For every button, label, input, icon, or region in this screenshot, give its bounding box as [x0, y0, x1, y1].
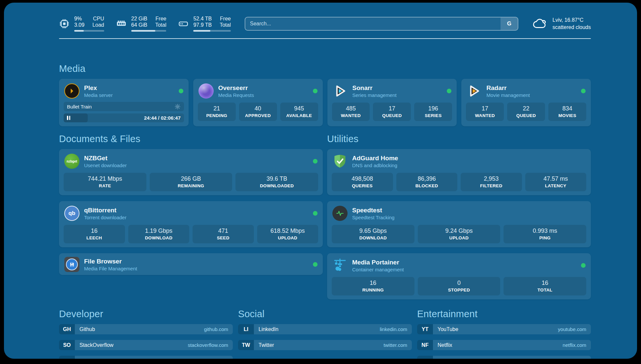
- service-subtitle: Media server: [84, 92, 113, 98]
- disk-stat: 52.4 TB Free 97.9 TB Total: [178, 16, 231, 32]
- stat-ping: 0.993 ms PING: [504, 225, 586, 243]
- bookmark-abbr: LI: [238, 324, 254, 334]
- stat-value: 0.993 ms: [505, 228, 585, 234]
- stat-wanted: 17 WANTED: [466, 103, 504, 121]
- service-title[interactable]: Media Portainer: [352, 259, 404, 266]
- now-playing-title: Bullet Train: [67, 104, 92, 109]
- filebrowser-icon: [64, 257, 79, 272]
- service-subtitle: Series management: [352, 92, 397, 98]
- service-title[interactable]: qBittorrent: [84, 207, 126, 214]
- stat-label: APPROVED: [240, 113, 276, 118]
- stat-queued: 22 QUEUED: [507, 103, 545, 121]
- speedtest-icon: [332, 206, 348, 221]
- stat-seed: 471 SEED: [193, 225, 254, 243]
- service-card-filebrowser[interactable]: File Browser Media File Management: [59, 253, 323, 275]
- service-card-sonarr[interactable]: Sonarr Series management 485 WANTED 17 Q…: [327, 79, 457, 126]
- service-card-radarr[interactable]: Radarr Movie management 17 WANTED 22 QUE…: [461, 79, 591, 126]
- cpu-usage-label: CPU: [92, 16, 104, 22]
- status-dot: [581, 263, 586, 268]
- gear-icon[interactable]: [174, 104, 181, 110]
- section-title-utilities: Utilities: [327, 134, 591, 144]
- stat-label: SERIES: [415, 113, 451, 118]
- bookmark-name: Github: [79, 326, 95, 332]
- stat-label: TOTAL: [505, 288, 585, 292]
- memory-total-label: Total: [155, 22, 167, 28]
- stat-value: 22: [508, 105, 544, 112]
- playback-progress: 24:44 / 02:06:47: [64, 113, 184, 122]
- system-stats: 9% CPU 3.09 Load 22 G: [59, 16, 231, 32]
- bookmark-abbr: RE: [417, 356, 433, 359]
- service-subtitle: Container management: [352, 267, 404, 272]
- service-subtitle: Speedtest Tracking: [352, 215, 394, 220]
- stat-movies: 834 MOVIES: [548, 103, 586, 121]
- sonarr-icon: [333, 83, 348, 99]
- service-title[interactable]: Sonarr: [352, 84, 397, 92]
- stat-label: DOWNLOAD: [333, 235, 413, 240]
- bookmark-url: reddit.com: [563, 358, 586, 359]
- stat-value: 16: [65, 228, 124, 234]
- top-bar: 9% CPU 3.09 Load 22 G: [59, 3, 591, 32]
- service-card-adguard[interactable]: AdGuard Home DNS and adblocking 498,508 …: [327, 149, 591, 195]
- stat-label: SEED: [194, 235, 253, 240]
- weather-condition: scattered clouds: [552, 24, 591, 31]
- stat-download: 1.19 Gbps DOWNLOAD: [128, 225, 190, 243]
- service-title[interactable]: File Browser: [84, 258, 137, 265]
- service-title[interactable]: AdGuard Home: [352, 155, 398, 162]
- service-card-portainer[interactable]: Media Portainer Container management 16 …: [327, 253, 591, 299]
- search-input[interactable]: [245, 17, 501, 30]
- service-subtitle: Media Requests: [218, 92, 254, 98]
- cpu-stat: 9% CPU 3.09 Load: [59, 16, 104, 32]
- stat-value: 86,396: [398, 175, 456, 182]
- search-engine-button[interactable]: G: [501, 17, 518, 30]
- service-title[interactable]: Radarr: [486, 84, 530, 92]
- stat-label: WANTED: [467, 113, 503, 118]
- bookmark-abbr: SO: [59, 340, 75, 350]
- stat-value: 471: [194, 228, 253, 234]
- bookmark-linkedin[interactable]: LI LinkedIn linkedin.com: [238, 324, 412, 334]
- service-card-speedtest[interactable]: Speedtest Speedtest Tracking 9.65 Gbps D…: [327, 201, 591, 247]
- service-title[interactable]: Speedtest: [352, 207, 394, 214]
- memory-total-value: 64 GiB: [131, 22, 147, 28]
- bookmark-stackoverflow[interactable]: SO StackOverflow stackoverflow.com: [59, 340, 233, 350]
- bookmark-netflix[interactable]: NF Netflix netflix.com: [417, 340, 591, 350]
- section-title-documents: Documents & Files: [59, 134, 323, 144]
- stat-queries: 498,508 QUERIES: [332, 173, 393, 191]
- plex-icon: [64, 83, 79, 99]
- bookmark-abbr: YT: [417, 324, 433, 334]
- cloud-icon: [533, 18, 548, 30]
- disk-free-label: Free: [220, 16, 231, 22]
- service-card-qbittorrent[interactable]: qb qBittorrent Torrent downloader 16 LEE…: [59, 201, 323, 247]
- stat-total: 16 TOTAL: [504, 277, 586, 295]
- service-card-plex[interactable]: Plex Media server Bullet Train 24:44 / 0: [59, 79, 189, 126]
- stat-download: 9.65 Gbps DOWNLOAD: [332, 225, 414, 243]
- bookmark-url: stackoverflow.com: [188, 342, 228, 348]
- weather-widget[interactable]: Lviv, 16.87°C scattered clouds: [533, 16, 591, 31]
- bookmark-abbr: DT: [59, 356, 75, 359]
- stat-value: 266 GB: [151, 175, 231, 182]
- bookmark-dev[interactable]: DT DEV dev.to: [59, 356, 233, 359]
- service-title[interactable]: NZBGet: [84, 155, 127, 162]
- bookmark-twitter[interactable]: TW Twitter twitter.com: [238, 340, 412, 350]
- service-subtitle: Movie management: [486, 92, 530, 98]
- bookmark-url: twitter.com: [383, 342, 407, 348]
- stat-label: MOVIES: [550, 113, 585, 118]
- service-card-overseerr[interactable]: Overseerr Media Requests 21 PENDING 40 A…: [193, 79, 323, 126]
- stat-value: 9.24 Gbps: [419, 228, 499, 234]
- stat-value: 21: [199, 105, 234, 112]
- disk-progress-bar: [193, 30, 231, 32]
- section-title-developer: Developer: [59, 309, 233, 319]
- stat-label: RATE: [65, 183, 145, 188]
- service-card-nzbget[interactable]: nzbget NZBGet Usenet downloader 744.21 M…: [59, 149, 323, 195]
- cpu-progress-bar: [74, 30, 104, 32]
- adguard-icon: [332, 154, 348, 169]
- stat-leech: 16 LEECH: [64, 225, 125, 243]
- bookmark-reddit[interactable]: RE Reddit reddit.com: [417, 356, 591, 359]
- radarr-icon: [467, 83, 482, 99]
- service-title[interactable]: Plex: [84, 84, 113, 92]
- service-title[interactable]: Overseerr: [218, 84, 254, 92]
- stat-series: 196 SERIES: [414, 103, 452, 121]
- bookmark-youtube[interactable]: YT YouTube youtube.com: [417, 324, 591, 334]
- now-playing-row: Bullet Train: [64, 102, 184, 111]
- stat-label: LEECH: [65, 235, 124, 240]
- bookmark-github[interactable]: GH Github github.com: [59, 324, 233, 334]
